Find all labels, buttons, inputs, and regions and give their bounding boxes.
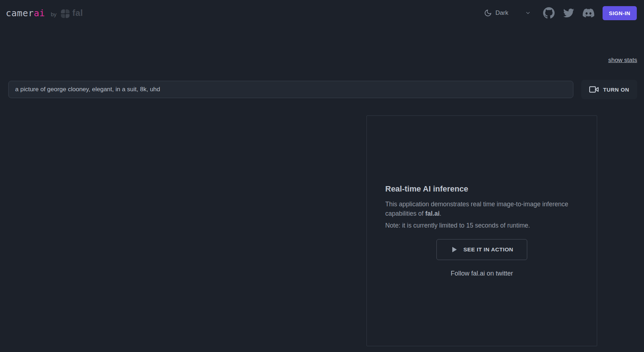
sign-in-button[interactable]: SIGN-IN — [603, 6, 637, 20]
twitter-link[interactable] — [563, 7, 574, 19]
see-it-in-action-button[interactable]: SEE IT IN ACTION — [436, 239, 527, 260]
video-camera-icon — [589, 85, 599, 94]
info-card: Real-time AI inference This application … — [367, 115, 597, 346]
cta-label: SEE IT IN ACTION — [463, 246, 513, 253]
turn-on-label: TURN ON — [603, 87, 629, 93]
card-note: Note: it is currently limited to 15 seco… — [385, 221, 578, 230]
show-stats-link[interactable]: show stats — [608, 57, 637, 64]
play-icon — [450, 246, 458, 253]
card-description-bold: fal.ai — [425, 210, 440, 217]
discord-icon — [583, 7, 594, 19]
github-icon — [543, 7, 555, 19]
prompt-input[interactable] — [8, 81, 573, 98]
fal-wordmark: fal — [72, 8, 83, 18]
brand-by-label: by — [51, 11, 57, 17]
card-description: This application demonstrates real time … — [385, 199, 578, 218]
chevron-down-icon[interactable] — [525, 10, 531, 16]
theme-selector[interactable]: Dark — [484, 9, 531, 17]
moon-icon — [484, 9, 492, 17]
github-link[interactable] — [543, 7, 555, 19]
follow-twitter-link[interactable]: Follow fal.ai on twitter — [385, 270, 578, 277]
brand-logo[interactable]: camer ai by fal — [6, 8, 83, 18]
brand-name-primary: camer — [6, 8, 34, 18]
fal-logo-icon — [61, 9, 70, 18]
app-page: camer ai by fal Dark — [0, 0, 644, 352]
card-title: Real-time AI inference — [385, 184, 578, 194]
navbar: camer ai by fal Dark — [0, 0, 644, 26]
navbar-right: Dark SIGN-IN — [484, 6, 637, 20]
turn-on-button[interactable]: TURN ON — [581, 80, 637, 99]
twitter-icon — [563, 8, 574, 18]
card-description-text: This application demonstrates real time … — [385, 201, 568, 217]
discord-link[interactable] — [583, 7, 594, 19]
card-description-period: . — [440, 210, 441, 217]
theme-label: Dark — [496, 9, 508, 17]
prompt-row: TURN ON — [8, 80, 637, 99]
brand-name-accent: ai — [34, 8, 45, 18]
